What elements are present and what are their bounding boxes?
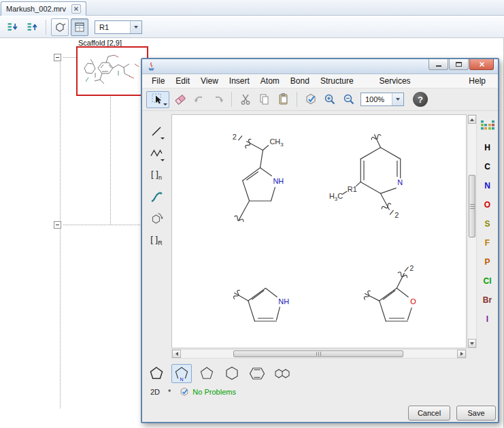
scaffold-node-selected[interactable] — [76, 46, 148, 96]
rgroup-select[interactable]: R1 — [95, 20, 142, 34]
maximize-button[interactable] — [449, 59, 469, 70]
chevron-down-icon — [161, 159, 165, 161]
rgroup-select-arrow[interactable] — [130, 21, 141, 33]
bracket-n-icon: [ ]n — [151, 169, 162, 181]
structure-1-bonds — [234, 136, 275, 223]
tab-label: Markush_002.mrv — [6, 5, 66, 13]
structure-view-icon — [54, 21, 66, 33]
vertical-scroll-thumb[interactable] — [469, 175, 475, 237]
structure-canvas[interactable]: 2 CH3 NH — [171, 114, 467, 348]
scroll-right-button[interactable] — [457, 350, 466, 358]
menu-view[interactable]: View — [195, 75, 224, 87]
menu-atom[interactable]: Atom — [255, 75, 285, 87]
element-i[interactable]: I — [478, 310, 497, 329]
table-view-toggle[interactable] — [71, 18, 88, 36]
help-button[interactable]: ? — [413, 92, 428, 107]
dimension-mode-label: 2D — [150, 388, 160, 396]
expand-all-button[interactable] — [3, 18, 21, 36]
horizontal-scrollbar[interactable] — [171, 349, 467, 359]
template-cyclopentadiene-button[interactable] — [146, 364, 167, 383]
zoom-select-arrow[interactable] — [392, 93, 403, 105]
periodic-table-icon — [480, 120, 495, 131]
toolbar-separator — [231, 92, 232, 107]
chevron-down-icon — [134, 26, 138, 29]
rgroup-select-value: R1 — [95, 23, 130, 31]
zoom-select[interactable]: 100% — [360, 93, 404, 106]
tab-close-icon[interactable] — [71, 4, 81, 14]
bond-tool-button[interactable] — [148, 122, 165, 140]
eraser-tool-button[interactable] — [171, 91, 188, 108]
template-cyclopentane-button[interactable] — [197, 364, 217, 383]
menu-bond[interactable]: Bond — [285, 75, 315, 87]
modified-indicator: * — [168, 388, 171, 396]
minimize-button[interactable] — [429, 59, 448, 70]
template-naphthalene-button[interactable] — [272, 364, 292, 383]
single-bond-icon — [150, 125, 163, 138]
toolbar-separator — [297, 92, 297, 107]
cyclopentane-icon — [198, 365, 216, 382]
template-benzene-button[interactable] — [247, 364, 267, 383]
collapse-all-button[interactable] — [23, 18, 41, 36]
rgroup-bracket-tool-button[interactable]: [ ]R — [148, 231, 165, 249]
structure-4-bonds — [363, 267, 411, 321]
close-button[interactable] — [469, 59, 494, 70]
element-br[interactable]: Br — [478, 291, 497, 310]
element-f[interactable]: F — [478, 233, 497, 252]
zoom-out-button[interactable] — [340, 91, 357, 108]
ring-arrow-icon — [150, 212, 163, 225]
chain-icon — [150, 146, 163, 160]
element-p[interactable]: P — [478, 252, 497, 271]
scroll-down-button[interactable] — [468, 339, 476, 348]
scroll-left-button[interactable] — [172, 350, 181, 358]
undo-button[interactable] — [190, 91, 207, 108]
sketch-toolbar: 100% ? — [142, 88, 498, 111]
vertical-scrollbar[interactable] — [467, 114, 477, 348]
element-c[interactable]: C — [478, 157, 497, 176]
element-h[interactable]: H — [478, 138, 497, 157]
check-structure-button[interactable] — [302, 91, 319, 108]
template-cyclohexane-button[interactable] — [222, 364, 242, 383]
template-pyrrole-button[interactable]: N — [171, 364, 192, 383]
element-n[interactable]: N — [478, 176, 497, 195]
dialog-titlebar[interactable] — [142, 59, 498, 74]
menu-structure[interactable]: Structure — [315, 75, 359, 87]
chain-tool-button[interactable] — [148, 144, 165, 162]
s1-methyl-label: CH3 — [269, 137, 284, 148]
zoom-in-button[interactable] — [321, 91, 338, 108]
ring-template-bar: N — [146, 363, 292, 384]
group-bracket-tool-button[interactable]: [ ]n — [148, 166, 165, 184]
structure-view-toggle[interactable] — [51, 18, 69, 36]
tree-collapse-toggle[interactable] — [54, 221, 61, 229]
redo-button[interactable] — [209, 91, 226, 108]
menu-services[interactable]: Services — [374, 75, 416, 87]
menu-bar: File Edit View Insert Atom Bond Structur… — [142, 74, 498, 88]
s3-nh-label: NH — [278, 297, 289, 306]
element-cl[interactable]: Cl — [478, 271, 497, 291]
cancel-button[interactable]: Cancel — [408, 406, 450, 421]
ring-tool-button[interactable] — [148, 210, 165, 227]
maximize-icon — [456, 62, 462, 67]
menu-edit[interactable]: Edit — [170, 75, 195, 87]
copy-button[interactable] — [256, 91, 273, 108]
thumb-grip — [316, 352, 321, 356]
scroll-up-button[interactable] — [468, 115, 476, 124]
ring-check-icon — [304, 93, 318, 106]
tree-collapse-toggle[interactable] — [54, 54, 61, 61]
menu-help[interactable]: Help — [463, 75, 491, 87]
selection-tool-button[interactable] — [146, 91, 169, 108]
tab-markush-file[interactable]: Markush_002.mrv — [1, 1, 86, 16]
save-button[interactable]: Save — [456, 406, 496, 421]
validation-status: No Problems — [179, 386, 236, 397]
eraser-icon — [173, 93, 187, 106]
cut-button[interactable] — [237, 91, 254, 108]
paste-button[interactable] — [275, 91, 292, 108]
tab-bar: Markush_002.mrv — [0, 0, 504, 16]
element-s[interactable]: S — [478, 214, 497, 233]
horizontal-scroll-thumb[interactable] — [233, 350, 403, 357]
element-o[interactable]: O — [478, 195, 497, 214]
periodic-table-button[interactable] — [480, 118, 496, 132]
menu-file[interactable]: File — [146, 75, 170, 87]
menu-insert[interactable]: Insert — [224, 75, 255, 87]
thumb-grip — [470, 204, 475, 209]
freehand-draw-tool-button[interactable] — [148, 188, 165, 205]
